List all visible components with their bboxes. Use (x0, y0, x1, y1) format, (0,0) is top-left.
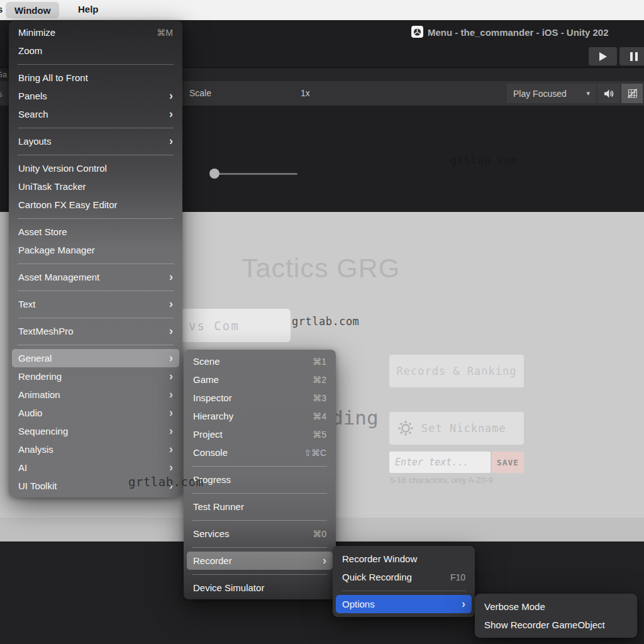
occluded-text-fragment: ding (331, 406, 379, 429)
shortcut: ⌘0 (313, 529, 326, 539)
pause-button[interactable] (619, 47, 644, 65)
menu-item-search[interactable]: Search› (12, 105, 179, 123)
gear-icon (397, 420, 414, 436)
unity-file-icon (411, 26, 423, 38)
menu-item-asset-store[interactable]: Asset Store (12, 223, 179, 241)
menu-item-asset-management[interactable]: Asset Management› (12, 268, 179, 286)
set-nickname-button[interactable]: Set Nickname (389, 412, 524, 445)
menu-item-device-simulator[interactable]: Device Simulator (187, 579, 333, 597)
vs-com-button[interactable]: vs Com (169, 309, 291, 342)
menu-item-textmeshpro[interactable]: TextMeshPro› (12, 322, 179, 340)
chevron-right-icon: › (169, 462, 173, 473)
menu-item-test-runner[interactable]: Test Runner (187, 497, 333, 516)
scale-label: Scale (189, 88, 211, 98)
chevron-right-icon: › (169, 425, 173, 436)
menu-item-project[interactable]: Project⌘5 (187, 425, 333, 443)
menu-item-layouts[interactable]: Layouts› (12, 132, 179, 150)
menu-item-console[interactable]: Console⇧⌘C (187, 443, 333, 462)
menu-item-general[interactable]: General› (12, 349, 179, 367)
stats-grid-button[interactable] (621, 84, 643, 103)
menu-separator (192, 574, 327, 575)
set-nickname-label: Set Nickname (421, 422, 506, 435)
save-button[interactable]: SAVE (492, 452, 524, 473)
menu-item-package-manager[interactable]: Package Manager (12, 241, 179, 259)
menu-item-inspector[interactable]: Inspector⌘3 (187, 389, 333, 407)
menu-item-rendering[interactable]: Rendering› (12, 367, 179, 386)
menu-separator (18, 318, 174, 318)
play-icon (599, 52, 607, 61)
watermark: grtlab.com (128, 475, 203, 489)
play-focused-label: Play Focused (513, 89, 567, 99)
chevron-right-icon: › (169, 298, 173, 309)
menu-separator (192, 493, 327, 494)
occluded-tab-fragment: is (0, 89, 2, 99)
menubar-partial-item: s (0, 4, 3, 14)
menu-item-panels[interactable]: Panels› (12, 87, 179, 105)
menu-separator (18, 218, 174, 219)
chevron-right-icon: › (169, 407, 173, 418)
chevron-right-icon: › (169, 90, 173, 101)
menu-item-verbose-mode[interactable]: Verbose Mode (478, 597, 634, 616)
shortcut: ⌘5 (313, 430, 326, 440)
shortcut: ⇧⌘C (304, 448, 326, 458)
menu-item-scene[interactable]: Scene⌘1 (187, 352, 333, 370)
records-ranking-button[interactable]: Records & Ranking (389, 355, 524, 387)
menu-item-animation[interactable]: Animation› (12, 386, 179, 404)
play-focused-dropdown[interactable]: Play Focused ▾ (507, 84, 596, 103)
menubar-item-window[interactable]: Window (6, 2, 59, 18)
menu-item-sequencing[interactable]: Sequencing› (12, 422, 179, 440)
chevron-right-icon: › (169, 370, 173, 382)
menu-item-analysis[interactable]: Analysis› (12, 440, 179, 458)
menu-item-services[interactable]: Services⌘0 (187, 525, 333, 543)
menu-separator (192, 520, 327, 521)
chevron-right-icon: › (169, 389, 173, 400)
menu-item-show-recorder-gameobject[interactable]: Show Recorder GameObject (478, 616, 634, 634)
menu-separator (192, 466, 327, 467)
chevron-right-icon: › (169, 325, 173, 336)
menu-item-progress[interactable]: Progress (187, 470, 333, 489)
menu-item-options[interactable]: Options› (336, 595, 472, 613)
menu-item-unitask-tracker[interactable]: UniTask Tracker (12, 177, 179, 196)
pause-icon (630, 52, 638, 61)
menu-item-text[interactable]: Text› (12, 295, 179, 313)
menu-separator (341, 591, 466, 591)
menu-item-zoom[interactable]: Zoom (12, 42, 179, 60)
menu-separator (18, 345, 174, 345)
shortcut: ⌘4 (313, 411, 326, 421)
menu-item-cartoon-fx-easy-editor[interactable]: Cartoon FX Easy Editor (12, 196, 179, 214)
menu-item-unity-version-control[interactable]: Unity Version Control (12, 159, 179, 177)
scale-slider-knob[interactable] (209, 169, 219, 179)
mute-audio-button[interactable] (597, 84, 620, 103)
menu-item-recorder[interactable]: Recorder› (187, 552, 333, 570)
play-button[interactable] (589, 47, 617, 65)
menu-item-quick-recording[interactable]: Quick RecordingF10 (336, 568, 472, 586)
nickname-hint: 5-16 charactors, only A-Z0-9 (390, 475, 493, 485)
menubar-item-help[interactable]: Help (78, 4, 99, 14)
shortcut: ⌘2 (313, 375, 326, 385)
window-title: Menu - the_commander - iOS - Unity 202 (428, 27, 644, 38)
menu-item-game[interactable]: Game⌘2 (187, 370, 333, 389)
menu-item-minimize[interactable]: Minimize⌘M (12, 23, 179, 42)
menu-separator (18, 64, 174, 65)
menu-separator (18, 264, 174, 264)
chevron-right-icon: › (169, 135, 173, 147)
menu-separator (18, 291, 174, 291)
menu-item-audio[interactable]: Audio› (12, 404, 179, 422)
menu-separator (192, 547, 327, 548)
menu-item-ai[interactable]: AI› (12, 458, 179, 477)
chevron-right-icon: › (169, 352, 173, 364)
menu-separator (18, 128, 174, 128)
save-label: SAVE (497, 458, 519, 467)
scale-value: 1x (301, 88, 310, 98)
chevron-right-icon: › (462, 598, 465, 609)
menu-item-bring-all-to-front[interactable]: Bring All to Front (12, 69, 179, 87)
chevron-right-icon: › (323, 555, 326, 566)
menu-item-recorder-window[interactable]: Recorder Window (336, 550, 472, 568)
scale-slider-track[interactable] (214, 173, 297, 175)
nickname-input[interactable] (389, 452, 491, 473)
game-title: Tactics GRG (242, 253, 400, 284)
speaker-icon (603, 89, 614, 99)
menu-item-hierarchy[interactable]: Hierarchy⌘4 (187, 407, 333, 425)
menubar-window-label: Window (14, 5, 50, 16)
shortcut: ⌘1 (313, 357, 326, 367)
